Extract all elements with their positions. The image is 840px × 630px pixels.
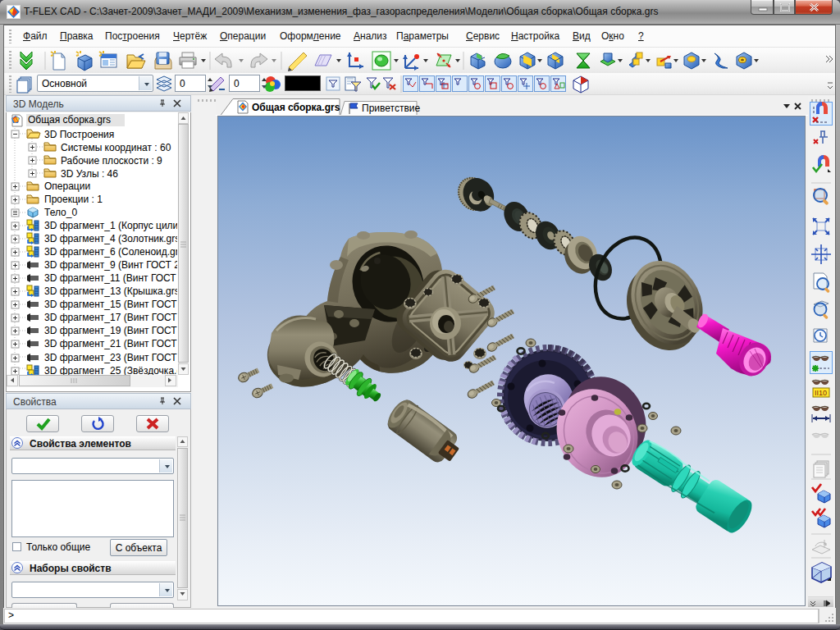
svg-text:3D фрагмент_23 (Винт ГОСТ 285: 3D фрагмент_23 (Винт ГОСТ 285 — [44, 352, 191, 363]
svg-text:Проекции : 1: Проекции : 1 — [44, 194, 103, 205]
svg-text:3D фрагмент_21 (Винт ГОСТ 285: 3D фрагмент_21 (Винт ГОСТ 285 — [44, 338, 191, 349]
svg-text:3D фрагмент_15 (Винт ГОСТ 285: 3D фрагмент_15 (Винт ГОСТ 285 — [44, 299, 191, 310]
svg-text:Общая сборка.grs: Общая сборка.grs — [252, 102, 340, 113]
svg-text:3D фрагмент_11 (Винт ГОСТ 285: 3D фрагмент_11 (Винт ГОСТ 285 — [44, 272, 191, 284]
svg-text:3D Построения: 3D Построения — [44, 129, 114, 140]
svg-text:3D Узлы : 46: 3D Узлы : 46 — [61, 168, 118, 180]
svg-text:3D фрагмент_19 (Винт ГОСТ 285: 3D фрагмент_19 (Винт ГОСТ 285 — [44, 325, 191, 336]
svg-text:3D фрагмент_1 (Корпус цилиндра: 3D фрагмент_1 (Корпус цилиндра — [44, 220, 191, 231]
svg-text:Операции: Операции — [44, 180, 90, 192]
svg-text:Тело_0: Тело_0 — [44, 207, 77, 218]
svg-text:Системы координат : 60: Системы координат : 60 — [61, 142, 171, 153]
svg-text:II10: II10 — [815, 389, 827, 397]
svg-text:3D фрагмент_25 (Звёздочка.grs): 3D фрагмент_25 (Звёздочка.grs) — [44, 365, 191, 377]
svg-text:Общая сборка.grs: Общая сборка.grs — [28, 114, 111, 126]
svg-text:3D фрагмент_13 (Крышка.grs): 3D фрагмент_13 (Крышка.grs) — [44, 285, 183, 297]
svg-text:Рабочие плоскости : 9: Рабочие плоскости : 9 — [61, 155, 162, 167]
svg-text:3D фрагмент_4 (Золотник.grs): 3D фрагмент_4 (Золотник.grs) — [44, 233, 183, 244]
svg-text:Приветствие: Приветствие — [362, 103, 420, 114]
svg-text:3D фрагмент_9 (Винт ГОСТ 2896: 3D фрагмент_9 (Винт ГОСТ 2896 — [44, 259, 191, 271]
svg-text:3D фрагмент_17 (Винт ГОСТ 285: 3D фрагмент_17 (Винт ГОСТ 285 — [44, 312, 191, 323]
svg-text:3D фрагмент_6 (Соленоид.grs): 3D фрагмент_6 (Соленоид.grs) — [44, 246, 187, 258]
